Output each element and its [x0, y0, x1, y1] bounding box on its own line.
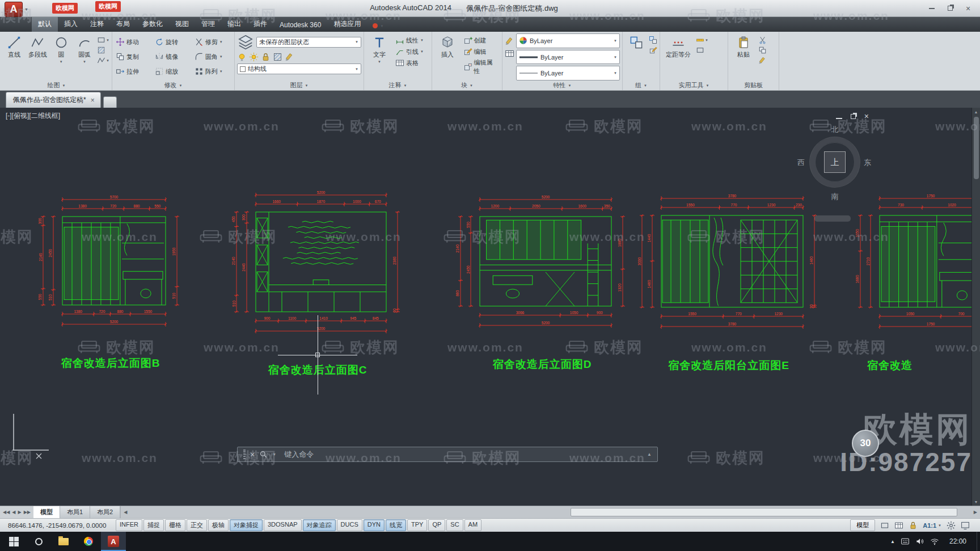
quick-view-drawings-icon[interactable]: [880, 521, 889, 530]
insert-block-button[interactable]: 插入: [434, 33, 461, 80]
ribbon-tab-1[interactable]: 默认: [32, 16, 58, 32]
new-drawing-tab-button[interactable]: [103, 96, 117, 108]
stretch-button[interactable]: 拉伸: [115, 64, 153, 79]
start-button[interactable]: [1, 532, 26, 551]
layer-lock-icon[interactable]: [261, 52, 271, 62]
status-toggle[interactable]: 对象捕捉: [230, 519, 263, 531]
next-tab-icon[interactable]: ▶: [18, 510, 21, 515]
command-expand-icon[interactable]: ▲: [647, 452, 652, 457]
command-history-caret-icon[interactable]: ▼: [272, 452, 276, 456]
array-button[interactable]: 阵列▼: [193, 64, 231, 79]
ribbon-tab-5[interactable]: 参数化: [136, 16, 169, 32]
trim-button[interactable]: 修剪▼: [193, 35, 231, 49]
search-button[interactable]: [26, 532, 51, 551]
rectangle-tool-button[interactable]: ▼: [97, 36, 109, 44]
command-close-icon[interactable]: ×: [250, 450, 255, 459]
restore-button[interactable]: [946, 5, 954, 12]
layout-tab[interactable]: 布局1: [60, 506, 90, 518]
ribbon-tab-10[interactable]: Autodesk 360: [273, 18, 327, 32]
mirror-button[interactable]: 镜像: [154, 49, 192, 64]
ribbon-tab-8[interactable]: 输出: [221, 16, 247, 32]
viewport-controls[interactable]: [-][俯视][二维线框]: [6, 111, 60, 121]
object-color-dropdown[interactable]: ByLayer▼: [516, 33, 620, 48]
drawing-label[interactable]: 宿舍改造后立面图D: [454, 357, 631, 372]
show-desktop-button[interactable]: [977, 532, 980, 551]
panel-title-block[interactable]: 块▼: [432, 80, 502, 90]
layer-match-icon[interactable]: [285, 52, 294, 62]
volume-icon[interactable]: [915, 537, 924, 546]
copy-button[interactable]: 复制: [115, 49, 153, 64]
measure-button[interactable]: ▼: [696, 36, 708, 44]
minimize-button[interactable]: [928, 5, 936, 12]
move-button[interactable]: 移动: [115, 35, 153, 49]
navigation-bar[interactable]: [814, 215, 851, 222]
layout-tab[interactable]: 布局2: [90, 506, 120, 518]
fillet-button[interactable]: 圆角▼: [193, 49, 231, 64]
leader-button[interactable]: 引线▼: [394, 47, 425, 56]
panel-title-clipboard[interactable]: 剪贴板: [728, 80, 779, 90]
viewcube-west[interactable]: 西: [797, 158, 805, 168]
layer-thaw-icon[interactable]: [249, 52, 259, 62]
lineweight-dropdown[interactable]: ByLayer▼: [516, 50, 620, 65]
edit-block-button[interactable]: 编辑: [462, 47, 500, 56]
elevation-drawing-group[interactable]: 5200120020501600350306610509005200214086…: [454, 193, 631, 372]
ribbon-tab-2[interactable]: 插入: [58, 16, 84, 32]
scroll-up-icon[interactable]: ▲: [972, 108, 980, 116]
status-toggle[interactable]: SC: [446, 519, 463, 531]
status-toggle[interactable]: 捕捉: [143, 519, 164, 531]
copy-clip-button[interactable]: [758, 46, 767, 54]
browser-button[interactable]: [76, 532, 101, 551]
tray-expand-icon[interactable]: ▲: [890, 539, 895, 544]
hatch-tool-button[interactable]: [97, 46, 109, 54]
paste-button[interactable]: 粘贴: [730, 33, 757, 80]
status-toggle[interactable]: 线宽: [386, 519, 406, 531]
drawing-label[interactable]: 宿舍改造: [854, 358, 980, 373]
ribbon-tab-7[interactable]: 管理: [195, 16, 221, 32]
group-edit-button[interactable]: [649, 46, 657, 54]
drawing-restore-icon[interactable]: [851, 114, 856, 119]
panel-title-utilities[interactable]: 实用工具▼: [660, 80, 728, 90]
taskbar-autocad-button[interactable]: A: [101, 532, 126, 551]
scrollbar-thumb[interactable]: [974, 117, 979, 179]
status-toggle[interactable]: DUCS: [337, 519, 362, 531]
status-toggle[interactable]: INFER: [116, 519, 142, 531]
panel-title-annotate[interactable]: 注释▼: [364, 80, 432, 90]
match-button[interactable]: [758, 56, 767, 65]
command-grip[interactable]: [243, 450, 246, 459]
lock-icon[interactable]: [909, 521, 918, 530]
layout-tab[interactable]: 模型: [33, 506, 60, 518]
drawing-canvas[interactable]: [-][俯视][二维线框] × 北 西 东 南 上 57001380720880…: [0, 108, 980, 506]
ribbon-tab-11[interactable]: 精选应用: [327, 16, 367, 32]
linear-dimension-button[interactable]: 线性▼: [394, 36, 425, 45]
network-icon[interactable]: [930, 537, 939, 546]
hscrollbar-thumb[interactable]: [571, 508, 957, 516]
ribbon-tab-6[interactable]: 视图: [169, 16, 195, 32]
command-input[interactable]: 键入命令: [284, 450, 314, 460]
clean-screen-icon[interactable]: [961, 521, 970, 530]
document-tab[interactable]: 佩佩作品-宿舍图纸定稿*×: [6, 92, 101, 108]
drawing-minimize-icon[interactable]: [836, 118, 842, 119]
status-toggle[interactable]: 极轴: [208, 519, 229, 531]
elevation-drawing-group[interactable]: 3780155077012302301550770123037803030144…: [635, 192, 822, 373]
annotation-scale-button[interactable]: A1:1▼: [923, 522, 941, 529]
edit-attributes-button[interactable]: 编辑属性: [462, 58, 500, 75]
rotate-button[interactable]: 旋转: [154, 35, 192, 49]
scroll-right-icon[interactable]: ▶: [974, 510, 977, 515]
create-block-button[interactable]: 创建: [462, 36, 500, 45]
properties-list-icon[interactable]: [505, 49, 514, 58]
ribbon-tab-9[interactable]: 插件: [247, 16, 273, 32]
viewcube-north[interactable]: 北: [796, 125, 873, 135]
layer-isolate-icon[interactable]: [273, 52, 282, 62]
line-button[interactable]: 直线: [3, 33, 25, 80]
taskbar-clock[interactable]: 22:00: [945, 537, 971, 545]
elevation-drawing-group[interactable]: 5700138072088055013807208801550520030021…: [36, 193, 185, 371]
cut-button[interactable]: [758, 36, 767, 44]
panel-title-draw[interactable]: 绘图▼: [1, 80, 112, 90]
panel-title-properties[interactable]: 特性▼: [502, 80, 622, 90]
drawing-label[interactable]: 宿舍改造后阳台立面图E: [635, 358, 822, 373]
layer-properties-icon[interactable]: [237, 33, 254, 50]
status-toggle[interactable]: DYN: [364, 519, 385, 531]
tab-close-icon[interactable]: ×: [91, 96, 95, 104]
elevation-drawing-group[interactable]: 1750730102010507001750105016602710105070…: [854, 192, 980, 373]
command-line[interactable]: × ▼ 键入命令 ▲: [237, 447, 658, 462]
